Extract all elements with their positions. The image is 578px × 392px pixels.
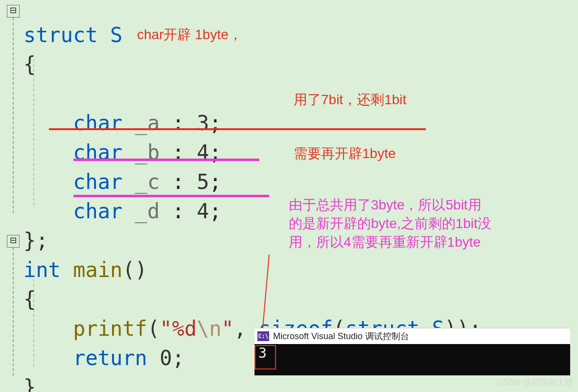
keyword-char: char: [73, 170, 122, 194]
field-c: _c: [135, 170, 160, 194]
type-name: S: [110, 23, 122, 47]
underline-magenta-2: [73, 195, 269, 197]
keyword-struct: struct: [23, 23, 98, 47]
annotation-3: 需要再开辟1byte: [294, 144, 396, 163]
watermark: CSDN @甜甜向上呀: [497, 377, 573, 388]
annotation-4-line: 由于总共用了3byte，所以5bit用: [289, 196, 491, 214]
bits-a: 3: [197, 111, 209, 135]
gutter-guide: [13, 18, 14, 213]
gutter-guide: [13, 248, 14, 376]
func-printf: printf: [73, 317, 147, 341]
screenshot-canvas: ⊟ ⊟ struct S { char _a : 3; char _b : 4;…: [0, 0, 578, 392]
annotation-4: 由于总共用了3byte，所以5bit用 的是新开辟的byte,之前剩的1bit没…: [289, 196, 491, 252]
keyword-int: int: [23, 258, 61, 282]
annotation-1: char开辟 1byte，: [137, 25, 242, 44]
brace-close-semi: };: [23, 229, 48, 253]
annotation-4-line: 的是新开辟的byte,之前剩的1bit没: [289, 214, 491, 233]
brace-open: {: [23, 287, 36, 311]
console-output: 3: [258, 345, 267, 361]
brace-open: {: [23, 52, 36, 76]
keyword-return: return: [73, 346, 147, 370]
keyword-char: char: [73, 111, 122, 135]
func-main: main: [73, 258, 122, 282]
fold-main-icon[interactable]: ⊟: [7, 235, 20, 248]
console-body: 3: [254, 344, 570, 375]
field-a: _a: [135, 111, 160, 135]
underline-magenta-1: [73, 159, 259, 161]
bits-d: 4: [197, 199, 209, 223]
brace-close: }: [23, 375, 36, 392]
console-window: C:\ Microsoft Visual Studio 调试控制台 3: [254, 328, 570, 375]
underline-red: [49, 128, 426, 130]
field-d: _d: [135, 199, 160, 223]
annotation-2: 用了7bit，还剩1bit: [294, 91, 406, 109]
annotation-4-line: 用，所以4需要再重新开辟1byte: [289, 233, 491, 252]
escape-seq: \n: [197, 317, 222, 341]
console-titlebar: C:\ Microsoft Visual Studio 调试控制台: [254, 328, 570, 344]
parens: (): [122, 258, 147, 282]
format-str: "%d: [160, 317, 197, 341]
bits-c: 5: [197, 170, 209, 194]
keyword-char: char: [73, 199, 122, 223]
fold-struct-icon[interactable]: ⊟: [7, 5, 20, 18]
console-title-text: Microsoft Visual Studio 调试控制台: [273, 330, 409, 342]
console-icon: C:\: [257, 331, 269, 341]
